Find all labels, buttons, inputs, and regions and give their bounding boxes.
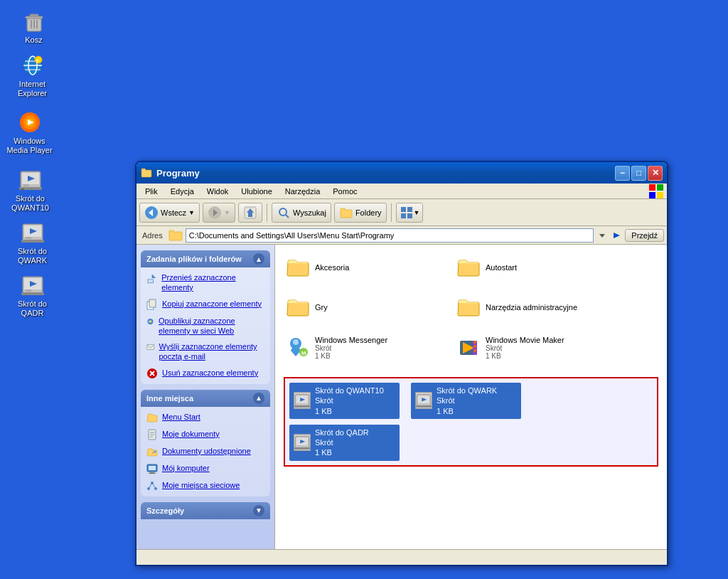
back-button[interactable]: Wstecz ▼	[139, 203, 200, 223]
menu-widok[interactable]: Widok	[201, 186, 235, 197]
wmp-label: Windows Media Player	[6, 137, 53, 155]
places-section: Inne miejsca ▲ Menu Start	[141, 390, 270, 496]
svg-rect-22	[21, 188, 24, 190]
content-area: Zadania plików i folderów ▲ Przenieś zaz…	[136, 245, 667, 549]
wmp-icon	[18, 111, 41, 134]
address-label: Adres	[139, 231, 166, 240]
svg-rect-32	[21, 292, 44, 295]
svg-rect-33	[649, 184, 655, 191]
svg-rect-46	[401, 207, 406, 212]
file-row-2: Gry Narzędzia administracyjne	[284, 293, 658, 322]
desktop-icon-wmp[interactable]: Windows Media Player	[3, 108, 56, 158]
svg-marker-50	[599, 234, 605, 238]
go-button[interactable]: Przejdź	[625, 229, 664, 242]
folder-akcesoria[interactable]: Akcesoria	[284, 253, 412, 282]
svg-rect-47	[407, 207, 412, 212]
address-folder-icon	[168, 228, 183, 243]
minimize-button[interactable]: −	[615, 166, 630, 181]
place-network[interactable]: Moje miejsca sieciowe	[145, 479, 266, 492]
task-publish[interactable]: Opublikuj zaznaczone elementy w sieci We…	[145, 315, 266, 337]
task-copy[interactable]: Kopiuj zaznaczone elementy	[145, 298, 266, 311]
copy-icon	[146, 299, 158, 310]
tasks-collapse-button[interactable]: ▲	[253, 253, 264, 265]
details-collapse-button[interactable]: ▼	[253, 505, 264, 516]
address-dropdown-icon[interactable]	[596, 230, 608, 241]
menu-plik[interactable]: Plik	[139, 186, 164, 197]
view-icon	[400, 206, 414, 220]
shortcut-messenger[interactable]: M Windows Messenger Skrót 1 KB	[284, 333, 412, 363]
menu-edycja[interactable]: Edycja	[165, 186, 200, 197]
svg-rect-35	[649, 192, 655, 198]
svg-line-76	[152, 483, 156, 489]
task-move[interactable]: Przenieś zaznaczone elementy	[145, 272, 266, 294]
moviemaker-icon	[457, 336, 480, 359]
svg-rect-27	[21, 240, 44, 243]
desktop-icon-ie[interactable]: e Internet Explorer	[6, 51, 59, 101]
toolbar-separator-1	[267, 203, 267, 222]
places-collapse-button[interactable]: ▲	[253, 393, 264, 404]
folders-button[interactable]: Foldery	[334, 203, 387, 223]
titlebar-controls: − □ ✕	[615, 166, 663, 181]
toolbar-separator-2	[391, 203, 392, 222]
svg-rect-19	[23, 184, 29, 186]
email-icon	[146, 341, 155, 353]
svg-rect-71	[149, 473, 156, 474]
up-arrow-icon	[243, 206, 257, 220]
task-email[interactable]: Wyślij zaznaczone elementy pocztą e-mail	[145, 341, 266, 363]
place-my-computer[interactable]: Mój komputer	[145, 462, 266, 475]
desktop-icon-kosz[interactable]: Kosz	[7, 7, 60, 48]
qwark-label: Skrót do QWARK	[9, 247, 56, 265]
svg-marker-51	[614, 233, 620, 238]
folder-autostart-icon	[457, 256, 480, 279]
place-documents[interactable]: Moje dokumenty	[145, 428, 266, 441]
selected-qwant10[interactable]: Skrót do QWANT10 Skrót 1 KB	[289, 383, 400, 419]
menu-ulubione[interactable]: Ulubione	[235, 186, 277, 197]
network-icon	[146, 480, 158, 492]
folder-autostart[interactable]: Autostart	[454, 253, 582, 282]
maximize-button[interactable]: □	[631, 166, 646, 181]
moviemaker-label: Windows Movie Maker Skrót 1 KB	[486, 336, 564, 360]
forward-button[interactable]: ▼	[203, 203, 235, 223]
publish-icon	[146, 316, 154, 327]
svg-line-75	[149, 483, 152, 489]
folder-narzedzia-icon	[457, 296, 480, 319]
svg-rect-48	[401, 213, 406, 218]
svg-point-44	[279, 208, 287, 216]
folder-gry[interactable]: Gry	[284, 293, 412, 322]
up-button[interactable]	[238, 203, 262, 223]
place-menu-start[interactable]: Menu Start	[145, 411, 266, 424]
place-shared[interactable]: Dokumenty udostępnione	[145, 445, 266, 458]
task-delete[interactable]: Usuń zaznaczone elementy	[145, 367, 266, 380]
details-section: Szczegóły ▼	[141, 502, 270, 519]
qwant10-shortcut-icon	[294, 393, 310, 408]
shortcut-moviemaker[interactable]: Windows Movie Maker Skrót 1 KB	[454, 333, 582, 363]
toolbar: Wstecz ▼ ▼ Wyszukaj	[136, 199, 667, 226]
move-icon	[146, 272, 157, 284]
svg-point-85	[473, 345, 476, 348]
menu-narzedzia[interactable]: Narzędzia	[279, 186, 326, 197]
desktop-icon-qwant10[interactable]: Skrót do QWANT10	[4, 166, 57, 216]
selected-qadr[interactable]: Skrót do QADR Skrót 1 KB	[289, 425, 400, 461]
svg-rect-94	[416, 405, 432, 408]
desktop-icon-qadr[interactable]: Skrót do QADR	[6, 271, 59, 321]
menu-start-icon	[146, 412, 158, 423]
folder-narzedzia[interactable]: Narzędzia administracyjne	[454, 293, 582, 322]
qadr-icon	[21, 274, 44, 297]
computer-icon	[146, 463, 158, 474]
addressbar: Adres C:\Documents and Settings\All User…	[136, 226, 667, 245]
close-button[interactable]: ✕	[648, 166, 663, 181]
address-go-icon	[611, 230, 622, 241]
qwant10-file-icon	[294, 392, 311, 409]
menu-pomoc[interactable]: Pomoc	[327, 186, 363, 197]
svg-rect-49	[407, 213, 412, 218]
svg-point-84	[473, 341, 476, 344]
view-button[interactable]: ▼	[396, 203, 424, 223]
svg-rect-52	[148, 280, 154, 283]
address-input[interactable]: C:\Documents and Settings\All Users\Menu…	[186, 228, 594, 243]
selected-qwark[interactable]: Skrót do QWARK Skrót 1 KB	[411, 383, 521, 419]
search-button[interactable]: Wyszukaj	[272, 203, 331, 223]
desktop-icon-qwark[interactable]: Skrót do QWARK	[6, 218, 59, 268]
windows-logo-icon	[648, 184, 664, 199]
svg-rect-36	[657, 192, 663, 198]
messenger-icon: M	[287, 336, 309, 359]
